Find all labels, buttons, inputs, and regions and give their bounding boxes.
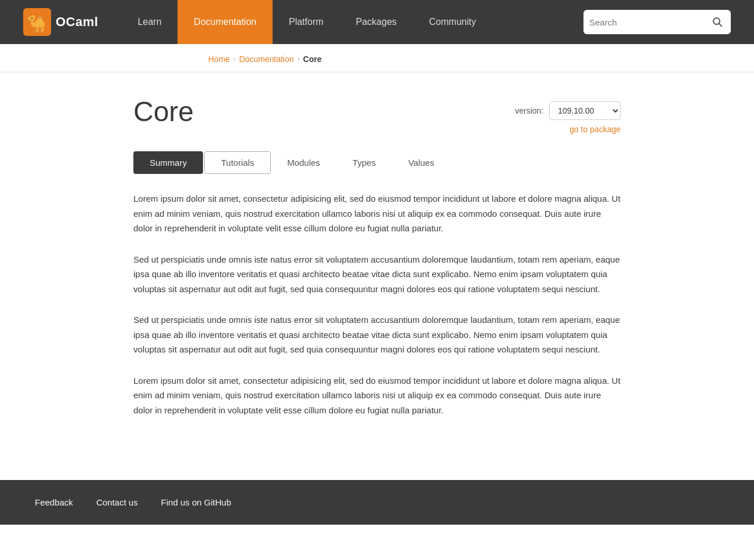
page-title: Core — [133, 96, 194, 128]
breadcrumb-documentation[interactable]: Documentation — [239, 54, 293, 64]
version-row: version: 109.10.00 — [515, 101, 621, 120]
tab-types[interactable]: Types — [336, 151, 392, 174]
nav-item-community[interactable]: Community — [413, 0, 492, 44]
search-box — [583, 10, 731, 34]
breadcrumb-home[interactable]: Home — [208, 54, 230, 64]
footer-github[interactable]: Find us on GitHub — [161, 497, 231, 507]
version-label: version: — [515, 106, 543, 115]
version-select[interactable]: 109.10.00 — [549, 101, 621, 120]
version-area: version: 109.10.00 go to package — [515, 101, 621, 134]
page-header: Core version: 109.10.00 go to package — [133, 96, 621, 134]
content-area: Lorem ipsum dolor sit amet, consectetur … — [133, 191, 621, 417]
tab-tutorials[interactable]: Tutorials — [204, 151, 271, 174]
svg-text:🐪: 🐪 — [26, 14, 46, 33]
breadcrumb: Home › Documentation › Core — [208, 54, 546, 64]
search-area — [583, 10, 731, 34]
breadcrumb-sep-1: › — [233, 55, 235, 63]
footer-feedback[interactable]: Feedback — [35, 497, 73, 507]
svg-line-3 — [719, 24, 722, 27]
logo-icon: 🐪 — [23, 8, 51, 36]
search-input[interactable] — [589, 17, 710, 27]
logo-link[interactable]: 🐪 OCaml — [23, 8, 98, 36]
navbar: 🐪 OCaml Learn Documentation Platform Pac… — [0, 0, 754, 44]
breadcrumb-bar: Home › Documentation › Core — [0, 44, 754, 72]
nav-item-packages[interactable]: Packages — [340, 0, 413, 44]
main-content: Core version: 109.10.00 go to package Su… — [99, 72, 655, 480]
logo-text: OCaml — [56, 14, 98, 30]
breadcrumb-sep-2: › — [298, 55, 300, 63]
tab-modules[interactable]: Modules — [271, 151, 336, 174]
footer-contact[interactable]: Contact us — [96, 497, 138, 507]
tab-values[interactable]: Values — [392, 151, 451, 174]
nav-item-platform[interactable]: Platform — [273, 0, 340, 44]
search-button[interactable] — [710, 14, 725, 30]
nav-item-learn[interactable]: Learn — [121, 0, 177, 44]
go-to-package-link[interactable]: go to package — [570, 125, 621, 134]
tab-summary[interactable]: Summary — [133, 151, 203, 174]
nav-items: Learn Documentation Platform Packages Co… — [121, 0, 583, 44]
breadcrumb-current: Core — [303, 54, 322, 64]
paragraph-3: Sed ut perspiciatis unde omnis iste natu… — [133, 312, 621, 357]
paragraph-1: Lorem ipsum dolor sit amet, consectetur … — [133, 191, 621, 236]
tabs: Summary Tutorials Modules Types Values — [133, 151, 621, 174]
nav-item-documentation[interactable]: Documentation — [177, 0, 273, 44]
footer: Feedback Contact us Find us on GitHub — [0, 480, 754, 525]
paragraph-4: Lorem ipsum dolor sit amet, consectetur … — [133, 373, 621, 418]
search-icon — [712, 17, 723, 27]
paragraph-2: Sed ut perspiciatis unde omnis iste natu… — [133, 252, 621, 297]
